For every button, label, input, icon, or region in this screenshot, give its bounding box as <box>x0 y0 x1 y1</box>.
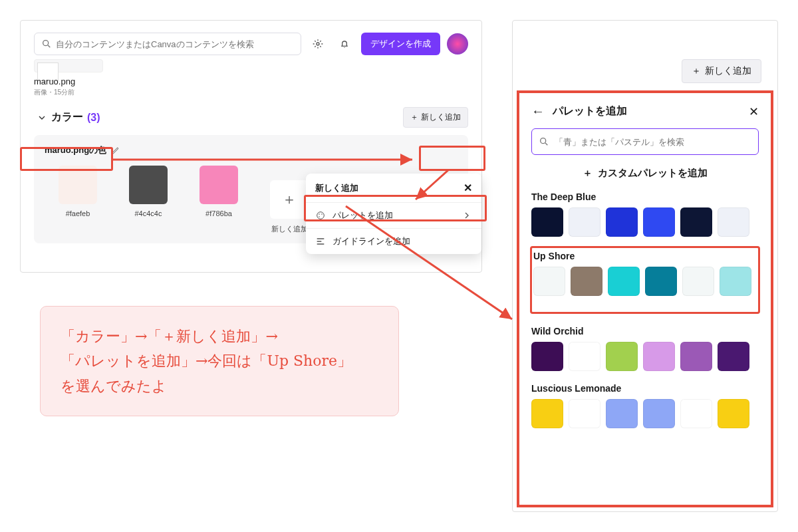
file-thumbnail: maruo.png 画像・15分前 <box>34 59 468 97</box>
swatch-label: #faefeb <box>66 209 90 217</box>
search-box[interactable] <box>34 33 301 55</box>
section-title: カラー <box>51 110 83 124</box>
dropdown-guideline-label: ガイドラインを追加 <box>332 235 410 247</box>
palette-group-name: Wild Orchid <box>531 326 759 336</box>
palette-swatch[interactable] <box>606 399 638 428</box>
add-new-label: 新しく追加 <box>421 112 461 123</box>
topbar: デザインを作成 <box>34 33 468 55</box>
palette-swatch[interactable] <box>606 207 638 237</box>
plus-icon: ＋ <box>583 167 593 180</box>
color-swatch[interactable] <box>129 166 168 204</box>
palette-group[interactable]: Up Shore <box>533 251 757 296</box>
palette-swatch[interactable] <box>682 267 714 296</box>
left-panel: デザインを作成 maruo.png 画像・15分前 カラー (3) ＋ 新しく追… <box>20 20 482 273</box>
swatch-label: #4c4c4c <box>135 209 162 217</box>
svg-line-9 <box>545 143 547 145</box>
color-swatch[interactable] <box>200 166 238 204</box>
guideline-icon <box>315 236 326 247</box>
palette-swatch[interactable] <box>531 342 563 371</box>
annotation-line: 「パレットを追加」→今回は「Up Shore」 <box>61 348 378 373</box>
palette-swatch[interactable] <box>680 207 712 237</box>
palette-search-input[interactable] <box>555 137 751 147</box>
palette-group-name: The Deep Blue <box>531 192 759 202</box>
annotation-line: を選んでみたよ <box>61 374 378 398</box>
color-section-toggle[interactable]: カラー (3) <box>34 106 107 128</box>
palette-swatch[interactable] <box>645 267 677 296</box>
add-swatch-label: 新しく追加 <box>271 224 308 234</box>
annotation-line: 「カラー」→「＋新しく追加」→ <box>61 324 378 348</box>
svg-point-2 <box>317 43 319 45</box>
palette-swatch[interactable] <box>569 342 600 371</box>
palette-swatch[interactable] <box>718 399 749 428</box>
section-count: (3) <box>87 112 100 124</box>
add-swatch-button[interactable]: ＋ <box>270 180 309 219</box>
chevron-down-icon <box>37 112 47 123</box>
create-design-button[interactable]: デザインを作成 <box>361 33 440 55</box>
swatch-col: #f786ba <box>186 166 252 217</box>
add-dropdown: 新しく追加 ✕ パレットを追加 ガイドラインを追加 <box>306 174 481 254</box>
search-icon <box>41 39 52 49</box>
dropdown-palette-label: パレットを追加 <box>332 209 393 221</box>
palette-swatch[interactable] <box>533 267 565 296</box>
palette-swatch[interactable] <box>643 342 675 371</box>
right-panel: ＋ 新しく追加 ← パレットを追加 ✕ ＋ カスタムパレットを追加 The De… <box>512 20 778 512</box>
palette-swatch[interactable] <box>531 399 563 428</box>
settings-icon[interactable] <box>308 34 328 54</box>
palette-swatch[interactable] <box>569 399 600 428</box>
palette-swatch[interactable] <box>571 267 602 296</box>
palette-swatch[interactable] <box>718 207 749 237</box>
swatch-label: #f786ba <box>205 209 232 217</box>
svg-point-3 <box>344 47 344 48</box>
svg-point-7 <box>319 216 320 217</box>
add-new-button[interactable]: ＋ 新しく追加 <box>403 107 468 128</box>
svg-point-8 <box>541 138 546 144</box>
file-name: maruo.png <box>34 76 468 86</box>
palette-swatch[interactable] <box>680 399 712 428</box>
color-section-bar: カラー (3) ＋ 新しく追加 <box>34 106 468 128</box>
right-add-new-label: 新しく追加 <box>705 65 751 77</box>
palette-swatch[interactable] <box>643 207 675 237</box>
dropdown-add-guideline[interactable]: ガイドラインを追加 <box>306 228 481 254</box>
bell-icon[interactable] <box>334 34 354 54</box>
plus-icon: ＋ <box>692 65 701 77</box>
palette-group[interactable]: Luscious Lemonade <box>531 383 759 428</box>
back-arrow-icon[interactable]: ← <box>531 104 545 119</box>
svg-point-4 <box>317 212 325 219</box>
palette-swatch[interactable] <box>608 267 640 296</box>
close-icon[interactable]: ✕ <box>749 104 759 119</box>
palette-swatch[interactable] <box>720 267 751 296</box>
swatch-col: #faefeb <box>45 166 111 217</box>
swatch-col: #4c4c4c <box>115 166 182 217</box>
palette-swatch[interactable] <box>643 399 675 428</box>
palette-swatch[interactable] <box>606 342 638 371</box>
right-add-new-button[interactable]: ＋ 新しく追加 <box>682 59 761 83</box>
annotation-callout: 「カラー」→「＋新しく追加」→ 「パレットを追加」→今回は「Up Shore」 … <box>40 306 399 416</box>
add-custom-palette[interactable]: ＋ カスタムパレットを追加 <box>531 167 759 180</box>
palette-swatch[interactable] <box>531 207 563 237</box>
svg-point-5 <box>319 213 320 215</box>
search-input[interactable] <box>56 39 294 49</box>
close-icon[interactable]: ✕ <box>464 182 472 194</box>
palette-group[interactable]: The Deep Blue <box>531 192 759 237</box>
palette-swatch[interactable] <box>718 342 749 371</box>
palette-group[interactable]: Wild Orchid <box>531 326 759 371</box>
search-icon <box>539 136 549 147</box>
palette-side-panel: ← パレットを追加 ✕ ＋ カスタムパレットを追加 The Deep BlueU… <box>517 90 773 507</box>
palette-group-name: Luscious Lemonade <box>531 383 759 394</box>
dropdown-add-palette[interactable]: パレットを追加 <box>306 202 481 228</box>
svg-point-6 <box>321 213 323 215</box>
right-title: パレットを追加 <box>553 104 627 118</box>
palette-search[interactable] <box>531 128 759 155</box>
palette-swatch[interactable] <box>680 342 712 371</box>
pencil-icon[interactable] <box>110 145 121 156</box>
color-swatch[interactable] <box>59 166 97 204</box>
palette-group-name: Up Shore <box>533 251 757 261</box>
file-meta: 画像・15分前 <box>34 88 468 97</box>
dropdown-title: 新しく追加 <box>315 182 358 194</box>
custom-add-label: カスタムパレットを追加 <box>598 167 708 180</box>
highlight-up-shore: Up Shore <box>530 246 760 314</box>
chevron-right-icon <box>462 210 472 221</box>
palette-swatch[interactable] <box>569 207 600 237</box>
svg-point-0 <box>43 41 49 46</box>
avatar[interactable] <box>447 33 468 55</box>
